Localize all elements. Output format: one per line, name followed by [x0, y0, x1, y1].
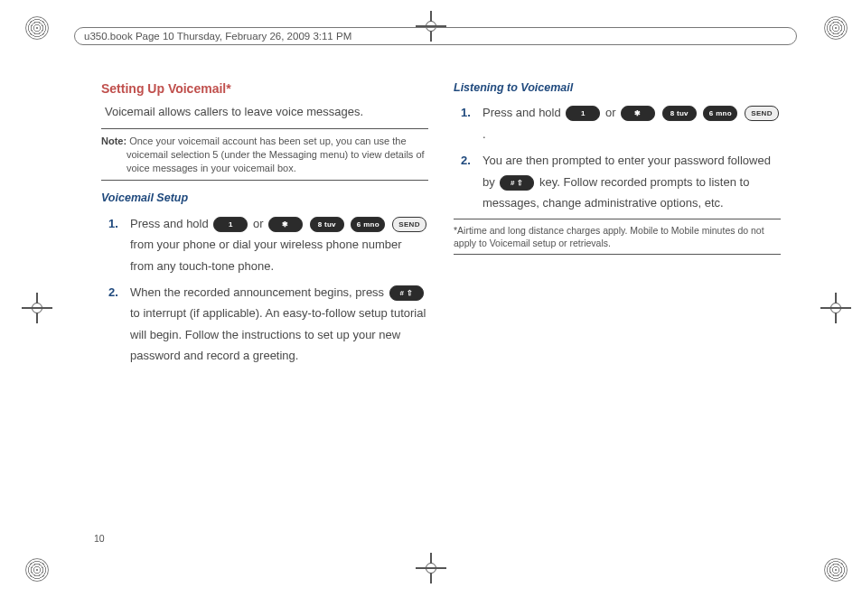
- left-column: Setting Up Voicemail* Voicemail allows c…: [101, 79, 428, 553]
- divider: [101, 180, 428, 181]
- note-block: Note: Once your voicemail account has be…: [101, 135, 428, 175]
- crop-mark-icon: [824, 16, 848, 40]
- list-item: 2. When the recorded announcement begins…: [130, 282, 428, 367]
- key-one-icon: 1: [566, 106, 600, 121]
- crop-mark-icon: [25, 16, 49, 40]
- key-pound-icon: # ⇧: [389, 285, 424, 301]
- step-text: to interrupt (if applicable). An easy-to…: [130, 306, 426, 362]
- key-one-icon: 1: [213, 217, 248, 232]
- note-text: Once your voicemail account has been set…: [126, 135, 425, 173]
- divider: [454, 219, 781, 219]
- registration-mark-icon: [826, 298, 846, 318]
- footnote-text: *Airtime and long distance charges apply…: [454, 225, 781, 249]
- step-text: Press and hold: [130, 217, 211, 230]
- document-header-text: u350.book Page 10 Thursday, February 26,…: [84, 31, 351, 42]
- step-number: 1.: [461, 102, 471, 123]
- registration-mark-icon: [421, 558, 441, 578]
- subsection-heading: Voicemail Setup: [101, 190, 428, 207]
- step-number: 2.: [461, 150, 471, 171]
- note-label: Note:: [101, 135, 126, 146]
- step-text: When the recorded announcement begins, p…: [130, 285, 388, 299]
- page-number: 10: [94, 533, 105, 544]
- step-text: or: [253, 217, 267, 230]
- crop-mark-icon: [824, 558, 848, 582]
- key-six-icon: 6 mno: [351, 217, 385, 232]
- step-number: 2.: [108, 282, 118, 303]
- list-item: 1. Press and hold 1 or ✱ 8 tuv 6 mno SEN…: [130, 213, 428, 276]
- key-send-icon: SEND: [745, 106, 779, 121]
- crop-mark-icon: [25, 558, 49, 582]
- key-eight-icon: 8 tuv: [310, 217, 344, 232]
- section-heading: Setting Up Voicemail*: [101, 79, 428, 99]
- registration-mark-icon: [27, 298, 47, 318]
- key-send-icon: SEND: [392, 217, 426, 232]
- step-text: Press and hold: [483, 106, 564, 119]
- divider: [101, 128, 428, 129]
- list-item: 1. Press and hold 1 or ✱ 8 tuv 6 mno SEN…: [483, 102, 781, 145]
- step-text: or: [605, 106, 619, 119]
- key-pound-icon: # ⇧: [500, 175, 534, 191]
- intro-text: Voicemail allows callers to leave voice …: [105, 103, 428, 121]
- step-text: .: [483, 127, 486, 141]
- key-six-icon: 6 mno: [703, 106, 737, 121]
- divider: [454, 254, 781, 255]
- document-header-bar: u350.book Page 10 Thursday, February 26,…: [74, 27, 797, 45]
- step-text: from your phone or dial your wireless ph…: [130, 238, 402, 272]
- list-item: 2. You are then prompted to enter your p…: [483, 150, 781, 213]
- right-column: Listening to Voicemail 1. Press and hold…: [454, 79, 781, 553]
- key-star-icon: ✱: [621, 106, 655, 121]
- key-eight-icon: 8 tuv: [662, 106, 697, 121]
- key-star-icon: ✱: [268, 217, 303, 232]
- subsection-heading: Listening to Voicemail: [454, 79, 781, 97]
- step-number: 1.: [108, 213, 118, 234]
